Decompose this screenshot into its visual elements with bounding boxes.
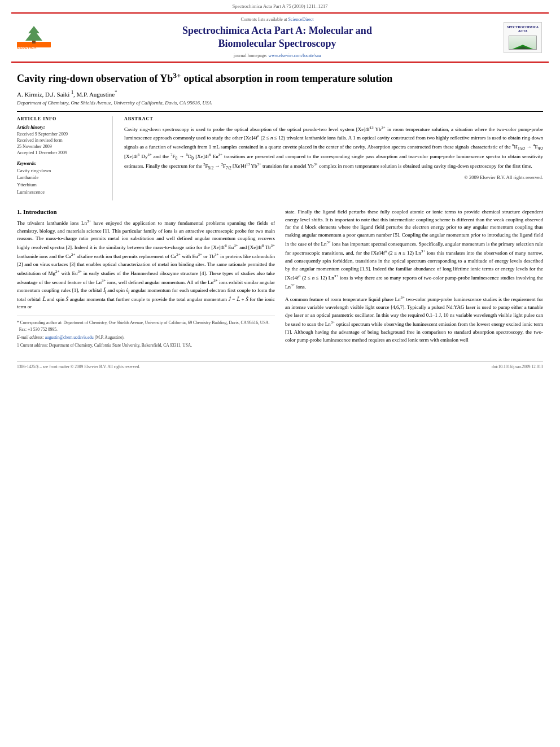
body-content: 1. Introduction The trivalent lanthanide…	[17, 208, 543, 351]
history-label: Article history:	[17, 125, 107, 130]
article-history: Article history: Received 9 September 20…	[17, 125, 107, 156]
homepage-link[interactable]: www.elsevier.com/locate/saa	[268, 53, 321, 58]
article-info-heading: ARTICLE INFO	[17, 116, 107, 121]
journal-citation: Spectrochimica Acta Part A 75 (2010) 121…	[232, 3, 327, 9]
journal-top-line: Spectrochimica Acta Part A 75 (2010) 121…	[0, 0, 560, 10]
intro-paragraph-col2-2: A common feature of room temperature liq…	[285, 295, 543, 344]
header-banner: ELSEVIER Contents lists available at Sci…	[11, 12, 549, 63]
homepage-text: journal homepage:	[234, 53, 268, 58]
logo-text: SPECTROCHIMICAACTA	[507, 25, 539, 34]
journal-logo-box: SPECTROCHIMICAACTA	[504, 22, 542, 53]
keywords-list: Cavity ring-down Lanthanide Ytterbium Lu…	[17, 167, 107, 196]
contents-line: Contents lists available at ScienceDirec…	[51, 17, 504, 22]
footnotes: * Corresponding author at: Department of…	[17, 316, 275, 348]
header-center: Contents lists available at ScienceDirec…	[51, 17, 504, 58]
header-left: ELSEVIER	[17, 25, 51, 50]
svg-rect-3	[32, 41, 36, 43]
footnote-current-address: 1 Current address: Department of Chemist…	[17, 342, 275, 348]
accepted-date: Accepted 1 December 2009	[17, 150, 107, 156]
article-title: Cavity ring-down observation of Yb3+ opt…	[17, 71, 543, 85]
elsevier-logo-icon: ELSEVIER	[17, 25, 51, 50]
sciencedirect-link[interactable]: ScienceDirect	[288, 17, 314, 22]
svg-marker-2	[25, 26, 42, 41]
intro-title: 1. Introduction	[17, 208, 275, 215]
journal-title: Spectrochimica Acta Part A: Molecular an…	[51, 24, 504, 51]
revised-date: Received in revised form25 November 2009	[17, 137, 107, 150]
intro-paragraph-1: The trivalent lanthanide ions Ln3+ have …	[17, 219, 275, 312]
received-date: Received 9 September 2009	[17, 131, 107, 137]
issn-text: 1386-1425/$ – see front matter © 2009 El…	[17, 364, 140, 369]
main-content: Cavity ring-down observation of Yb3+ opt…	[0, 65, 560, 356]
copyright: © 2009 Elsevier B.V. All rights reserved…	[124, 174, 543, 180]
journal-homepage: journal homepage: www.elsevier.com/locat…	[51, 53, 504, 58]
svg-text:ELSEVIER: ELSEVIER	[17, 45, 37, 49]
page-container: Spectrochimica Acta Part A 75 (2010) 121…	[0, 0, 560, 747]
article-info-abstract: ARTICLE INFO Article history: Received 9…	[17, 111, 543, 200]
abstract-heading: ABSTRACT	[124, 116, 543, 121]
contents-text: Contents lists available at	[241, 17, 287, 22]
doi-text: doi:10.1016/j.saa.2009.12.013	[492, 364, 543, 369]
affiliation: Department of Chemistry, One Shields Ave…	[17, 100, 543, 106]
authors: A. Kirmiz, D.J. Saiki 1, M.P. Augustine*	[17, 90, 543, 98]
footnote-email: E-mail address: augustin@chem.ucdavis.ed…	[17, 334, 275, 340]
keywords-group: Keywords: Cavity ring-down Lanthanide Yt…	[17, 161, 107, 196]
body-column-right: state. Finally the ligand field perturbs…	[285, 208, 543, 351]
abstract-column: ABSTRACT Cavity ring-down spectroscopy i…	[124, 116, 543, 200]
intro-paragraph-col2-1: state. Finally the ligand field perturbs…	[285, 208, 543, 291]
body-column-left: 1. Introduction The trivalent lanthanide…	[17, 208, 275, 351]
footnote-corresponding: * Corresponding author at: Department of…	[17, 320, 275, 333]
header-right: SPECTROCHIMICAACTA	[504, 22, 543, 53]
bottom-bar: 1386-1425/$ – see front matter © 2009 El…	[17, 361, 543, 369]
email-link[interactable]: augustin@chem.ucdavis.edu	[45, 335, 94, 340]
article-info-column: ARTICLE INFO Article history: Received 9…	[17, 116, 113, 200]
keywords-label: Keywords:	[17, 161, 107, 166]
abstract-text: Cavity ring-down spectroscopy is used to…	[124, 125, 543, 171]
